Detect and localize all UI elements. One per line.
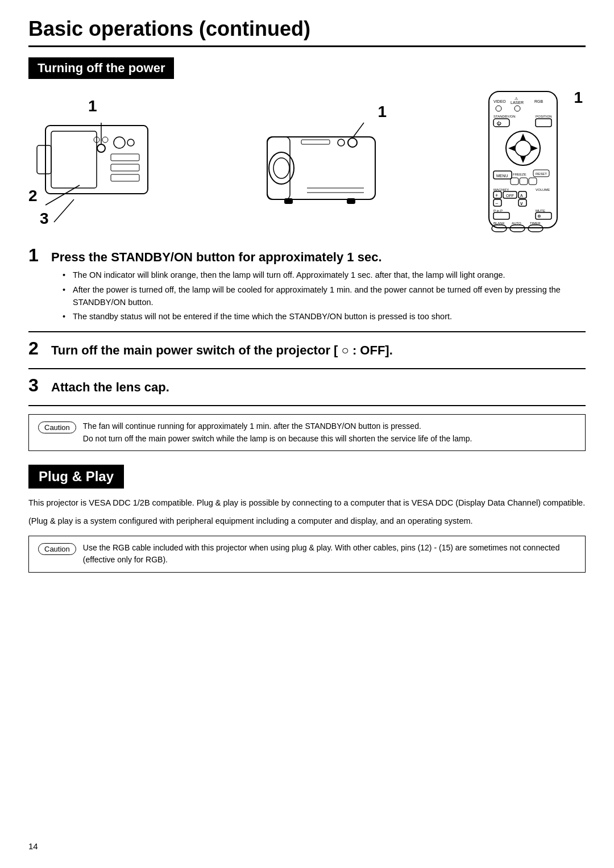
remote-control: VIDEO ⚠ LASER RGB STANDBY/ON POSITION ⏻ [472,86,574,233]
svg-text:MUTE: MUTE [536,209,545,212]
diagram-label-1-mid: 1 [377,103,387,121]
svg-rect-2 [37,145,51,174]
svg-text:AUTO: AUTO [512,222,521,225]
svg-text:+: + [495,193,498,198]
svg-point-9 [102,137,108,143]
caution-1-label: Caution [38,422,76,433]
diagram-area: 1 2 3 [28,86,586,239]
svg-point-39 [515,140,531,156]
svg-text:−: − [495,201,498,206]
svg-text:VIDEO: VIDEO [493,99,506,103]
svg-point-31 [496,106,501,111]
svg-text:LASER: LASER [511,101,524,105]
svg-rect-51 [529,178,537,185]
svg-rect-49 [511,178,518,185]
svg-text:BLANK: BLANK [493,222,505,225]
svg-rect-37 [536,119,551,127]
svg-rect-17 [267,137,290,199]
caution-box-2: Caution Use the RGB cable included with … [28,536,586,573]
projector-top-view [34,114,165,205]
caution-1-text: The fan will continue running for approx… [83,420,472,445]
svg-rect-24 [284,198,293,204]
diagram-label-2: 2 [28,187,38,205]
svg-text:RESET: RESET [536,172,547,176]
svg-text:∧: ∧ [520,193,524,198]
svg-point-4 [127,139,134,146]
page-title: Basic operations (continued) [28,17,586,47]
svg-text:P in P: P in P [493,209,503,212]
page-number: 14 [28,841,38,851]
svg-marker-40 [520,133,526,140]
step-2-number: 2 [28,338,44,359]
svg-rect-50 [520,178,528,185]
svg-rect-14 [267,137,375,199]
step-3-title: Attach the lens cap. [51,380,169,395]
svg-rect-66 [493,212,509,219]
svg-text:FREEZE: FREEZE [513,173,526,176]
diagram-label-1-remote: 1 [574,89,583,107]
svg-point-19 [338,139,345,146]
svg-rect-6 [111,164,139,171]
svg-text:⊗: ⊗ [537,214,541,219]
svg-marker-42 [508,145,515,151]
svg-text:TIMER: TIMER [530,222,541,225]
step-1-bullet-2: After the power is turned off, the lamp … [63,284,586,309]
step-1-bullets: The ON indicator will blink orange, then… [63,269,586,323]
svg-rect-5 [111,154,139,161]
step-2-block: 2 Turn off the main power switch of the … [28,332,586,369]
svg-point-20 [348,138,357,147]
diagram-label-3: 3 [40,210,49,228]
svg-text:VOLUME: VOLUME [536,188,550,191]
svg-point-16 [273,158,289,178]
svg-text:MENU: MENU [496,174,508,178]
plug-play-header: Plug & Play [28,465,124,489]
svg-text:STANDBY/ON: STANDBY/ON [493,115,516,118]
svg-text:∨: ∨ [520,201,524,206]
plug-play-text-1: This projector is VESA DDC 1/2B compatib… [28,496,586,510]
svg-point-3 [114,137,125,148]
svg-point-10 [97,144,105,152]
svg-marker-43 [531,145,538,151]
svg-line-21 [352,123,364,138]
step-3-number: 3 [28,375,44,396]
svg-text:OFF: OFF [506,194,514,198]
step-1-bullet-1: The ON indicator will blink orange, then… [63,269,586,282]
step-1-block: 1 Press the STANDBY/ON button for approx… [28,239,586,332]
svg-text:MAGNIFY: MAGNIFY [493,188,509,191]
svg-text:POSITION: POSITION [536,115,552,118]
caution-2-label: Caution [38,543,76,555]
svg-rect-18 [301,140,330,144]
step-2-title: Turn off the main power switch of the pr… [51,343,393,358]
svg-point-32 [515,106,520,111]
svg-text:⏻: ⏻ [496,121,501,126]
diagram-label-1-top: 1 [88,97,97,115]
svg-text:RGB: RGB [534,99,544,103]
step-1-bullet-3: The standby status will not be entered i… [63,311,586,323]
svg-marker-41 [520,156,526,163]
svg-text:⚠: ⚠ [515,97,518,101]
step-3-block: 3 Attach the lens cap. [28,369,586,406]
step-1-number: 1 [28,245,44,266]
svg-rect-1 [51,131,97,188]
svg-rect-7 [111,174,139,181]
step-1-title: Press the STANDBY/ON button for approxim… [51,250,382,265]
section1-header: Turning off the power [28,57,174,79]
projector-side-view [250,120,398,216]
caution-box-1: Caution The fan will continue running fo… [28,414,586,451]
plug-play-text-2: (Plug & play is a system configured with… [28,515,586,528]
caution-2-text: Use the RGB cable included with this pro… [83,542,576,566]
svg-rect-25 [347,198,355,204]
